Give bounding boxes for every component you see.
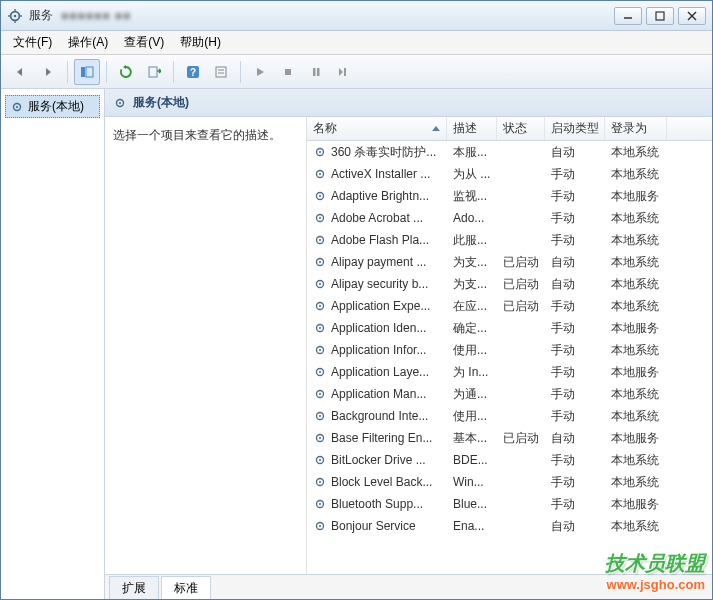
service-row[interactable]: Background Inte...使用...手动本地系统 xyxy=(307,405,712,427)
main-pane: 服务(本地) 选择一个项目来查看它的描述。 名称 描述 状态 启动类型 登录为 … xyxy=(105,89,712,599)
gear-icon xyxy=(313,409,327,423)
service-name-cell: Application Iden... xyxy=(307,319,447,337)
service-desc-cell: 为支... xyxy=(447,252,497,273)
service-row[interactable]: Adobe Flash Pla...此服...手动本地系统 xyxy=(307,229,712,251)
main-header-label: 服务(本地) xyxy=(133,94,189,111)
service-row[interactable]: Application Man...为通...手动本地系统 xyxy=(307,383,712,405)
svg-rect-11 xyxy=(86,67,93,77)
tree-root-label: 服务(本地) xyxy=(28,98,84,115)
gear-icon xyxy=(313,453,327,467)
service-logon-cell: 本地系统 xyxy=(605,516,667,537)
column-logon-as[interactable]: 登录为 xyxy=(605,117,667,140)
service-start-cell: 手动 xyxy=(545,362,605,383)
service-status-cell xyxy=(497,524,545,528)
svg-point-45 xyxy=(319,349,321,351)
service-row[interactable]: 360 杀毒实时防护...本服...自动本地系统 xyxy=(307,141,712,163)
service-row[interactable]: Adaptive Brightn...监视...手动本地服务 xyxy=(307,185,712,207)
tab-extended[interactable]: 扩展 xyxy=(109,576,159,599)
tab-strip: 扩展 标准 xyxy=(105,575,712,599)
description-prompt: 选择一个项目来查看它的描述。 xyxy=(113,127,298,144)
svg-point-59 xyxy=(319,503,321,505)
export-list-button[interactable] xyxy=(141,59,167,85)
title-bar[interactable]: 服务 ■■■■■■ ■■ xyxy=(1,1,712,31)
column-status[interactable]: 状态 xyxy=(497,117,545,140)
service-row[interactable]: Bonjour ServiceEna...自动本地系统 xyxy=(307,515,712,537)
service-row[interactable]: BitLocker Drive ...BDE...手动本地系统 xyxy=(307,449,712,471)
svg-rect-18 xyxy=(285,69,291,75)
pause-service-button[interactable] xyxy=(303,59,329,85)
service-row[interactable]: Adobe Acrobat ...Ado...手动本地系统 xyxy=(307,207,712,229)
tab-standard[interactable]: 标准 xyxy=(161,576,211,599)
gear-icon xyxy=(313,475,327,489)
service-name-cell: Adobe Flash Pla... xyxy=(307,231,447,249)
service-row[interactable]: Application Iden...确定...手动本地服务 xyxy=(307,317,712,339)
service-desc-cell: 为支... xyxy=(447,274,497,295)
column-startup-type[interactable]: 启动类型 xyxy=(545,117,605,140)
maximize-button[interactable] xyxy=(646,7,674,25)
service-desc-cell: 基本... xyxy=(447,428,497,449)
properties-button[interactable] xyxy=(208,59,234,85)
service-row[interactable]: Alipay security b...为支...已启动自动本地系统 xyxy=(307,273,712,295)
service-desc-cell: 确定... xyxy=(447,318,497,339)
service-logon-cell: 本地服务 xyxy=(605,362,667,383)
svg-point-61 xyxy=(319,525,321,527)
column-description[interactable]: 描述 xyxy=(447,117,497,140)
service-list[interactable]: 360 杀毒实时防护...本服...自动本地系统ActiveX Installe… xyxy=(307,141,712,574)
content-body: 服务(本地) 服务(本地) 选择一个项目来查看它的描述。 名称 描述 状态 启动… xyxy=(1,89,712,599)
gear-icon xyxy=(313,233,327,247)
service-row[interactable]: Application Infor...使用...手动本地系统 xyxy=(307,339,712,361)
show-hide-tree-button[interactable] xyxy=(74,59,100,85)
service-status-cell xyxy=(497,216,545,220)
column-name[interactable]: 名称 xyxy=(307,117,447,140)
close-button[interactable] xyxy=(678,7,706,25)
service-status-cell xyxy=(497,502,545,506)
back-button[interactable] xyxy=(7,59,33,85)
start-service-button[interactable] xyxy=(247,59,273,85)
service-row[interactable]: Application Laye...为 In...手动本地服务 xyxy=(307,361,712,383)
svg-point-39 xyxy=(319,283,321,285)
service-row[interactable]: Application Expe...在应...已启动手动本地系统 xyxy=(307,295,712,317)
service-status-cell xyxy=(497,458,545,462)
service-name-cell: Bonjour Service xyxy=(307,517,447,535)
minimize-button[interactable] xyxy=(614,7,642,25)
service-start-cell: 手动 xyxy=(545,494,605,515)
svg-point-47 xyxy=(319,371,321,373)
service-row[interactable]: Bluetooth Supp...Blue...手动本地服务 xyxy=(307,493,712,515)
gear-icon xyxy=(113,96,127,110)
service-row[interactable]: Base Filtering En...基本...已启动自动本地服务 xyxy=(307,427,712,449)
service-start-cell: 手动 xyxy=(545,208,605,229)
forward-button[interactable] xyxy=(35,59,61,85)
refresh-button[interactable] xyxy=(113,59,139,85)
service-start-cell: 自动 xyxy=(545,142,605,163)
help-button[interactable]: ? xyxy=(180,59,206,85)
tree-root-item[interactable]: 服务(本地) xyxy=(5,95,100,118)
service-logon-cell: 本地系统 xyxy=(605,274,667,295)
menu-action[interactable]: 操作(A) xyxy=(62,32,114,53)
service-name-cell: ActiveX Installer ... xyxy=(307,165,447,183)
service-row[interactable]: Alipay payment ...为支...已启动自动本地系统 xyxy=(307,251,712,273)
service-row[interactable]: ActiveX Installer ...为从 ...手动本地系统 xyxy=(307,163,712,185)
service-name-cell: Application Expe... xyxy=(307,297,447,315)
service-name-cell: BitLocker Drive ... xyxy=(307,451,447,469)
service-start-cell: 自动 xyxy=(545,252,605,273)
service-start-cell: 自动 xyxy=(545,516,605,537)
gear-icon xyxy=(313,387,327,401)
menu-view[interactable]: 查看(V) xyxy=(118,32,170,53)
service-logon-cell: 本地服务 xyxy=(605,494,667,515)
service-logon-cell: 本地系统 xyxy=(605,450,667,471)
svg-rect-20 xyxy=(317,68,320,76)
services-window: 服务 ■■■■■■ ■■ 文件(F) 操作(A) 查看(V) 帮助(H) ? xyxy=(0,0,713,600)
gear-icon xyxy=(313,365,327,379)
menu-file[interactable]: 文件(F) xyxy=(7,32,58,53)
svg-point-57 xyxy=(319,481,321,483)
service-status-cell xyxy=(497,194,545,198)
stop-service-button[interactable] xyxy=(275,59,301,85)
service-status-cell: 已启动 xyxy=(497,252,545,273)
menu-help[interactable]: 帮助(H) xyxy=(174,32,227,53)
svg-rect-21 xyxy=(344,68,346,76)
service-status-cell xyxy=(497,348,545,352)
svg-point-27 xyxy=(319,151,321,153)
service-row[interactable]: Block Level Back...Win...手动本地系统 xyxy=(307,471,712,493)
restart-service-button[interactable] xyxy=(331,59,357,85)
service-name-cell: Application Infor... xyxy=(307,341,447,359)
